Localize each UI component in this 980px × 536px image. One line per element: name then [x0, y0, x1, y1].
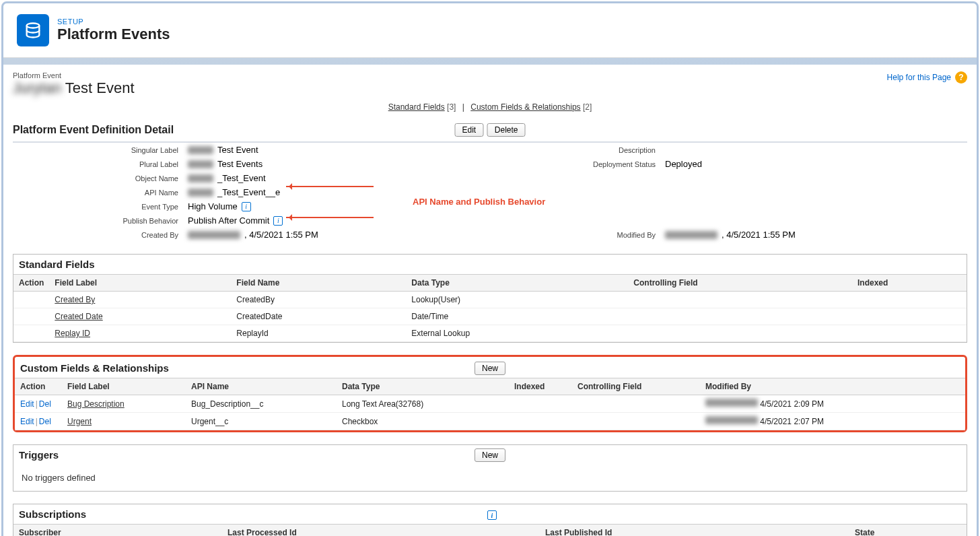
field-label-link[interactable]: Bug Description [67, 399, 125, 409]
header-sub: SETUP [57, 18, 170, 26]
value-event-type: High Volumei [188, 201, 487, 211]
value-deployment-status: Deployed [665, 159, 965, 169]
record-type-label: Platform Event [13, 71, 967, 79]
field-api-name: Bug_Description__c [186, 395, 337, 413]
field-name: CreatedDate [231, 308, 406, 325]
subscriptions-table: Subscriber Last Processed Id Last Publis… [13, 524, 967, 536]
help-link[interactable]: Help for this Page [887, 73, 951, 82]
triggers-empty-msg: No triggers defined [13, 465, 967, 491]
label-modified-by: Modified By [493, 230, 665, 240]
field-label-link[interactable]: Urgent [67, 417, 92, 426]
label-publish-behavior: Publish Behavior [15, 215, 188, 226]
new-trigger-button[interactable]: New [475, 448, 505, 462]
field-api-name: Urgent__c [186, 413, 337, 430]
help-link-container: Help for this Page ? [887, 71, 967, 83]
th-field-label: Field Label [62, 378, 186, 395]
standard-fields-section: Standard Fields Action Field Label Field… [13, 254, 967, 343]
th-indexed: Indexed [852, 275, 967, 292]
label-description: Description [493, 145, 665, 155]
value-modified-by: , 4/5/2021 1:55 PM [665, 230, 965, 240]
info-icon[interactable]: i [242, 202, 251, 211]
field-name: ReplayId [231, 325, 406, 342]
th-indexed: Indexed [509, 378, 572, 395]
anchor-nav: Standard Fields [3] | Custom Fields & Re… [13, 102, 967, 112]
svg-point-0 [27, 24, 40, 28]
edit-link[interactable]: Edit [20, 399, 34, 409]
value-created-by: , 4/5/2021 1:55 PM [188, 230, 487, 240]
th-modified-by: Modified By [700, 378, 965, 395]
anchor-custom-fields[interactable]: Custom Fields & Relationships [470, 102, 580, 112]
triggers-title: Triggers [19, 449, 59, 461]
page-header: SETUP Platform Events [3, 3, 977, 58]
th-data-type: Data Type [337, 378, 509, 395]
triggers-section: Triggers New No triggers defined [13, 444, 967, 492]
info-icon[interactable]: i [487, 510, 497, 520]
label-plural: Plural Label [15, 159, 188, 169]
field-type: Checkbox [337, 413, 509, 430]
table-row: Edit|Del Urgent Urgent__c Checkbox 4/5/2… [15, 413, 965, 430]
field-modified-by: 4/5/2021 2:09 PM [700, 395, 965, 413]
th-controlling-field: Controlling Field [628, 275, 852, 292]
th-data-type: Data Type [406, 275, 628, 292]
table-row: Edit|Del Bug Description Bug_Description… [15, 395, 965, 413]
del-link[interactable]: Del [39, 417, 51, 426]
field-type: Long Text Area(32768) [337, 395, 509, 413]
th-subscriber: Subscriber [13, 525, 222, 537]
field-label-link[interactable]: Created By [55, 295, 95, 304]
header-main: Platform Events [57, 26, 170, 43]
value-object-name: _Test_Event [188, 173, 487, 183]
label-deployment-status: Deployment Status [493, 159, 665, 169]
th-action: Action [13, 275, 49, 292]
record-name: Jurytan Test Event [13, 79, 967, 97]
custom-fields-section: Custom Fields & Relationships New Action… [13, 355, 967, 432]
detail-container: Singular Label Test Event Description Pl… [13, 141, 967, 242]
detail-section-title: Platform Event Definition Detail [13, 124, 174, 136]
value-plural: Test Events [188, 159, 487, 169]
detail-section-header: Platform Event Definition Detail Edit De… [13, 124, 967, 136]
label-event-type: Event Type [15, 201, 188, 211]
field-type: External Lookup [406, 325, 628, 342]
subscriptions-title: Subscriptions [19, 508, 86, 520]
th-field-label: Field Label [49, 275, 231, 292]
field-name: CreatedBy [231, 292, 406, 308]
delete-button[interactable]: Delete [487, 123, 526, 137]
th-last-published: Last Published Id [540, 525, 849, 537]
help-icon[interactable]: ? [955, 71, 967, 83]
value-singular: Test Event [188, 145, 487, 155]
new-custom-field-button[interactable]: New [475, 362, 505, 375]
th-last-processed: Last Processed Id [222, 525, 540, 537]
subscriptions-section: Subscriptions i Subscriber Last Processe… [13, 504, 967, 536]
field-label-link[interactable]: Replay ID [55, 329, 90, 338]
th-action: Action [15, 378, 62, 395]
anchor-custom-count: [2] [583, 102, 592, 112]
table-row: Created Date CreatedDate Date/Time [13, 308, 967, 325]
field-label-link[interactable]: Created Date [55, 312, 102, 321]
field-type: Date/Time [406, 308, 628, 325]
label-created-by: Created By [15, 230, 188, 240]
anchor-standard-count: [3] [447, 102, 456, 112]
th-field-name: Field Name [231, 275, 406, 292]
th-controlling-field: Controlling Field [572, 378, 700, 395]
info-icon[interactable]: i [273, 216, 283, 226]
value-description [665, 145, 965, 155]
custom-fields-title: Custom Fields & Relationships [20, 362, 169, 374]
platform-events-icon [17, 14, 49, 46]
edit-link[interactable]: Edit [20, 417, 34, 426]
label-api-name: API Name [15, 187, 188, 197]
edit-button[interactable]: Edit [455, 123, 484, 137]
label-singular: Singular Label [15, 145, 188, 155]
value-publish-behavior: Publish After Commiti [188, 215, 487, 226]
custom-fields-table: Action Field Label API Name Data Type In… [15, 378, 965, 430]
del-link[interactable]: Del [39, 399, 51, 409]
anchor-standard-fields[interactable]: Standard Fields [388, 102, 445, 112]
field-modified-by: 4/5/2021 2:07 PM [700, 413, 965, 430]
record-title-row: Platform Event Jurytan Test Event Help f… [13, 71, 967, 97]
table-row: Replay ID ReplayId External Lookup [13, 325, 967, 342]
th-api-name: API Name [186, 378, 337, 395]
standard-fields-table: Action Field Label Field Name Data Type … [13, 274, 967, 342]
standard-fields-title: Standard Fields [19, 259, 95, 270]
header-text: SETUP Platform Events [57, 18, 170, 43]
field-type: Lookup(User) [406, 292, 628, 308]
table-row: Created By CreatedBy Lookup(User) [13, 292, 967, 308]
label-object-name: Object Name [15, 173, 188, 183]
